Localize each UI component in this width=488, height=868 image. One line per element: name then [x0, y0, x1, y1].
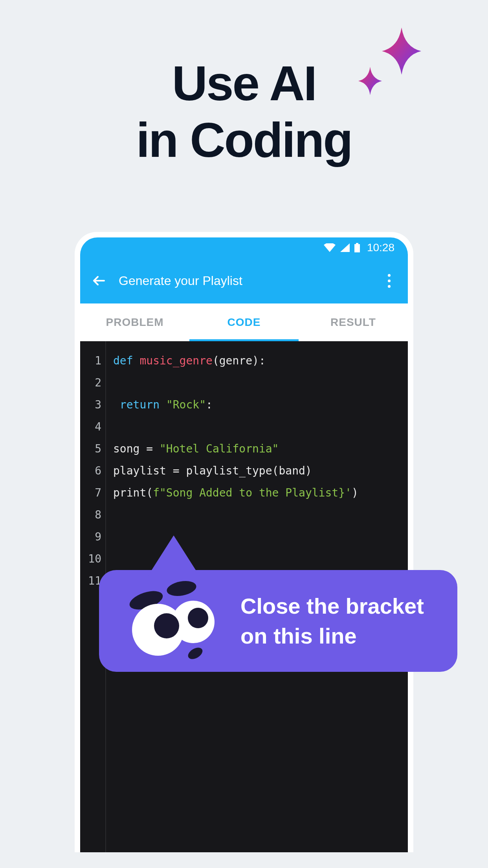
more-menu-button[interactable] [380, 271, 398, 290]
tooltip-text: Close the bracket on this line [240, 591, 434, 651]
status-time: 10:28 [367, 241, 394, 254]
line-number: 7 [80, 482, 105, 504]
headline: Use AI in Coding [0, 55, 488, 168]
line-number: 4 [80, 416, 105, 438]
ai-character-icon [115, 579, 225, 665]
line-number: 6 [80, 460, 105, 482]
svg-point-8 [186, 645, 205, 662]
line-number: 2 [80, 372, 105, 394]
phone-screen: 10:28 Generate your Playlist PROBLEM COD… [80, 237, 408, 852]
status-bar: 10:28 [80, 237, 408, 258]
line-number: 8 [80, 504, 105, 526]
svg-rect-1 [356, 243, 358, 244]
line-number: 3 [80, 394, 105, 416]
signal-icon [340, 243, 350, 252]
back-button[interactable] [90, 271, 108, 290]
tab-code[interactable]: CODE [189, 303, 299, 341]
svg-point-7 [188, 608, 208, 628]
line-number: 5 [80, 438, 105, 460]
line-number: 10 [80, 548, 105, 570]
tab-problem[interactable]: PROBLEM [80, 303, 189, 341]
app-bar: Generate your Playlist [80, 258, 408, 303]
tab-result[interactable]: RESULT [299, 303, 408, 341]
app-title: Generate your Playlist [119, 274, 380, 288]
svg-point-6 [154, 613, 179, 638]
wifi-icon [324, 243, 336, 252]
headline-line-1: Use AI [0, 55, 488, 112]
tooltip-arrow [146, 535, 201, 579]
svg-rect-0 [354, 244, 360, 252]
battery-icon [354, 243, 360, 252]
ai-tooltip: Close the bracket on this line [99, 570, 457, 672]
headline-line-2: in Coding [0, 112, 488, 168]
tabs: PROBLEM CODE RESULT [80, 303, 408, 341]
svg-point-3 [165, 579, 197, 598]
line-number: 9 [80, 526, 105, 548]
phone-frame: 10:28 Generate your Playlist PROBLEM COD… [75, 232, 413, 852]
line-number: 1 [80, 350, 105, 372]
